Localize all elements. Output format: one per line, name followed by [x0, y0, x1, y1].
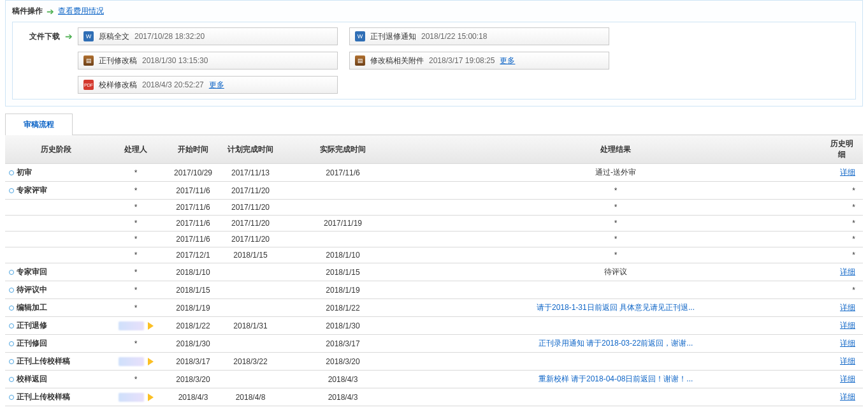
download-ts: 2018/4/3 20:52:27	[142, 80, 204, 89]
table-row: *2017/11/62017/11/202017/11/19**	[5, 216, 863, 232]
cell-handler: *	[107, 335, 164, 353]
cell-detail: *	[825, 281, 863, 299]
detail-link[interactable]: 详细	[840, 267, 855, 276]
play-icon[interactable]	[148, 322, 154, 330]
cell-detail: 详细	[825, 164, 863, 182]
cell-start: 2017/10/29	[164, 164, 222, 182]
phase-name: 正刊退修	[17, 321, 47, 330]
detail-link[interactable]: 详细	[840, 374, 855, 383]
cell-result	[407, 317, 825, 335]
detail-link[interactable]: 详细	[840, 357, 855, 365]
table-row: 专家评审*2017/11/62017/11/20**	[5, 182, 863, 200]
cell-start: 2018/3/20	[164, 371, 222, 388]
history-table-wrap: 历史阶段 处理人 开始时间 计划完成时间 实际完成时间 处理结果 历史明细 初审…	[5, 135, 863, 412]
download-item[interactable]: PDF校样修改稿2018/4/3 20:52:27更多	[78, 76, 338, 94]
phase-name: 正刊上传校样稿	[17, 392, 70, 401]
phase-name: 正刊上传校样稿	[17, 357, 70, 365]
download-name: 修改稿相关附件	[370, 55, 424, 66]
hdr-handler: 处理人	[107, 135, 164, 164]
table-row: 正刊退修2018/1/222018/1/312018/1/30详细	[5, 317, 863, 335]
cell-start: 2018/1/10	[164, 263, 222, 281]
play-icon[interactable]	[148, 358, 154, 365]
cell-plan: 2018/3/22	[222, 353, 279, 371]
cell-handler: *	[107, 299, 164, 317]
download-more-link[interactable]: 更多	[209, 80, 224, 91]
download-item[interactable]: ▤修改稿相关附件2018/3/17 19:08:25更多	[349, 52, 609, 70]
bullet-icon	[9, 323, 14, 328]
cell-start: 2017/11/6	[164, 200, 222, 216]
cell-actual	[279, 182, 407, 200]
doc-file-icon: W	[355, 31, 365, 41]
cell-result: *	[407, 200, 825, 216]
cell-actual: 2018/4/3	[279, 371, 407, 388]
cell-start: 2018/1/22	[164, 317, 222, 335]
download-name: 正刊退修通知	[370, 31, 416, 42]
cell-actual: 2018/1/30	[279, 317, 407, 335]
bullet-icon	[9, 288, 14, 293]
cell-actual: 2018/3/20	[279, 353, 407, 371]
cell-actual: 2017/11/6	[279, 164, 407, 182]
detail-link[interactable]: 详细	[840, 321, 855, 330]
cell-result	[407, 281, 825, 299]
bullet-icon	[9, 377, 14, 382]
cell-result: 请于2018-1-31日前返回 具体意见请见正刊退...	[407, 299, 825, 317]
tab-review-process[interactable]: 审稿流程	[5, 114, 73, 135]
cell-actual	[279, 232, 407, 247]
cell-detail: 详细	[825, 353, 863, 371]
play-icon[interactable]	[148, 394, 154, 401]
cell-actual	[279, 200, 407, 216]
phase-name: 专家评审	[17, 186, 47, 195]
detail-link[interactable]: 详细	[840, 168, 855, 177]
result-link[interactable]: 重新校样 请于2018-04-08日前返回！谢谢！...	[539, 374, 693, 383]
download-more-link[interactable]: 更多	[500, 55, 515, 66]
cell-result: *	[407, 247, 825, 263]
result-link[interactable]: 正刊录用通知 请于2018-03-22前返回，谢谢...	[539, 339, 693, 348]
detail-link[interactable]: 详细	[840, 339, 855, 348]
cell-actual: 2018/3/17	[279, 335, 407, 353]
hdr-detail: 历史明细	[825, 135, 863, 164]
table-row: 校样返回*2018/3/202018/4/3重新校样 请于2018-04-08日…	[5, 371, 863, 388]
cell-handler: *	[107, 164, 164, 182]
cell-actual: 2018/1/15	[279, 263, 407, 281]
download-panel: 文件下载 ➔ W原稿全文2017/10/28 18:32:20▤正刊修改稿201…	[12, 22, 856, 99]
cell-result: *	[407, 232, 825, 247]
cell-detail: 详细	[825, 299, 863, 317]
cell-result: *	[407, 182, 825, 200]
cell-result: 正刊录用通知 请于2018-03-22前返回，谢谢...	[407, 335, 825, 353]
table-row: 编辑加工*2018/1/192018/1/22请于2018-1-31日前返回 具…	[5, 299, 863, 317]
bullet-icon	[9, 341, 14, 346]
phase-name: 编辑加工	[17, 303, 47, 312]
cell-start: 2017/11/6	[164, 232, 222, 247]
download-item[interactable]: W原稿全文2017/10/28 18:32:20	[78, 27, 338, 45]
result-link[interactable]: 请于2018-1-31日前返回 具体意见请见正刊退...	[537, 303, 695, 312]
bullet-icon	[9, 188, 14, 193]
phase-name: 正刊修回	[17, 339, 47, 348]
handler-blur	[119, 357, 144, 366]
cell-detail: *	[825, 232, 863, 247]
cell-start: 2018/3/17	[164, 353, 222, 371]
cell-handler: *	[107, 232, 164, 247]
table-row: 正刊上传校样稿2018/3/172018/3/222018/3/20详细	[5, 353, 863, 371]
phase-name: 待评议中	[17, 285, 47, 294]
bullet-icon	[9, 359, 14, 364]
download-ts: 2017/10/28 18:32:20	[134, 32, 205, 41]
doc-file-icon: W	[83, 31, 94, 41]
cell-result: 重新校样 请于2018-04-08日前返回！谢谢！...	[407, 371, 825, 388]
table-row: *2017/11/62017/11/20**	[5, 200, 863, 216]
ops-line: 稿件操作 ➔ 查看费用情况	[12, 4, 856, 20]
table-row: 正刊上传校样稿2018/4/32018/4/82018/4/3详细	[5, 388, 863, 406]
cell-detail: *	[825, 182, 863, 200]
cell-handler: *	[107, 263, 164, 281]
download-item[interactable]: W正刊退修通知2018/1/22 15:00:18	[349, 27, 609, 45]
cell-actual: 2018/4/3	[279, 388, 407, 406]
download-item[interactable]: ▤正刊修改稿2018/1/30 13:15:30	[78, 52, 338, 70]
cell-start: 2018/4/3	[164, 388, 222, 406]
cell-start: 2018/1/15	[164, 281, 222, 299]
detail-link[interactable]: 详细	[840, 303, 855, 312]
cell-detail: 详细	[825, 371, 863, 388]
cell-actual: 2018/1/10	[279, 247, 407, 263]
download-name: 正刊修改稿	[99, 55, 137, 66]
view-fees-link[interactable]: 查看费用情况	[58, 6, 104, 17]
cell-detail: *	[825, 200, 863, 216]
detail-link[interactable]: 详细	[840, 392, 855, 401]
